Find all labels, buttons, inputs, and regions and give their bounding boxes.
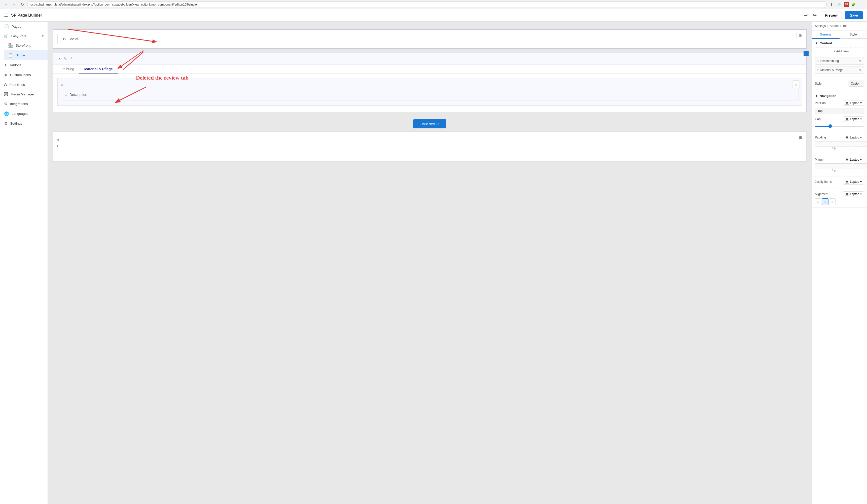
position-row: Position 💻 Laptop ▾ xyxy=(815,100,864,106)
justify-device-select[interactable]: 💻 Laptop ▾ xyxy=(843,179,864,184)
tabs-section-header: ∧ ✎ ⋮ xyxy=(53,53,806,64)
content-item-left: :: Beschreibung xyxy=(817,59,839,63)
drag-handle-icon-2[interactable]: :: xyxy=(817,68,819,72)
sidebar-item-addons[interactable]: ✦ Addons xyxy=(0,60,47,70)
preview-button[interactable]: Preview xyxy=(821,12,842,19)
tab-reibung[interactable]: reibung xyxy=(57,64,79,74)
sidebar-item-integrations[interactable]: ⚙ Integrations xyxy=(0,99,47,109)
collapse-content-icon[interactable]: ▼ xyxy=(815,41,818,45)
extension-icon: SP xyxy=(844,2,849,7)
position-device-select[interactable]: 💻 Laptop ▾ xyxy=(843,100,864,106)
padding-top-group: Top xyxy=(815,141,852,150)
content-item-material-pflege: :: Material & Pflege ✎ xyxy=(815,66,864,74)
content-section-title: ▼ Content xyxy=(815,41,864,45)
undo-button[interactable]: ↩ xyxy=(803,12,809,19)
sidebar-item-easystore[interactable]: 🛒 EasyStore ▾ xyxy=(0,31,47,41)
gap-device-label: Laptop xyxy=(850,117,859,121)
back-button[interactable]: ← xyxy=(3,1,9,8)
position-device-label: Laptop xyxy=(850,101,859,105)
padding-device-label: Laptop xyxy=(850,136,859,139)
drag-handle-icon[interactable]: :: xyxy=(817,59,819,63)
tab-material-pflege[interactable]: Material & Pflege xyxy=(79,64,118,74)
bookmark-button[interactable]: ☆ xyxy=(836,1,842,8)
padding-top-input[interactable] xyxy=(815,141,852,147)
sidebar-label-languages: Languages xyxy=(12,112,29,116)
blue-dot: ⋮ xyxy=(804,51,809,56)
sidebar: 📄 Pages 🛒 EasyStore ▾ 🏪 Storefront 📋 Sin… xyxy=(0,22,48,504)
collapse-button[interactable]: ∧ xyxy=(57,56,62,62)
forward-button[interactable]: → xyxy=(11,1,17,8)
menu-button[interactable]: ⋮ xyxy=(858,1,864,8)
add-section-button[interactable]: + Add section xyxy=(413,119,446,128)
margin-right-label: Right xyxy=(853,169,867,172)
sidebar-item-single[interactable]: 📋 Single xyxy=(4,50,47,60)
content-section: ▼ Content + + Add Item :: Beschreibung ✎ xyxy=(812,39,867,78)
align-center-button[interactable]: ≡ xyxy=(822,199,828,205)
padding-right-input[interactable] xyxy=(853,141,867,147)
justify-device-label: Laptop xyxy=(850,180,859,183)
save-button[interactable]: Save xyxy=(845,11,863,19)
redo-button[interactable]: ↪ xyxy=(812,12,818,19)
section-header-actions: ∧ ✎ ⋮ xyxy=(57,56,75,62)
dropdown-icon: ▾ xyxy=(860,101,862,105)
sidebar-item-media-manager[interactable]: 🖼 Media Manager xyxy=(0,89,47,99)
margin-device-select[interactable]: 💻 Laptop ▾ xyxy=(843,157,864,162)
breadcrumb-settings: Settings xyxy=(815,24,826,28)
browser-actions: ⬆ ☆ SP 🧩 ⋮ xyxy=(829,1,864,8)
edit-section-button[interactable]: ✎ xyxy=(63,56,68,62)
add-section-area: + Add section xyxy=(53,116,806,131)
tab-style[interactable]: Style xyxy=(839,31,867,39)
sidebar-item-languages[interactable]: 🌐 Languages xyxy=(0,109,47,119)
grid-button[interactable]: ⊞ xyxy=(796,32,804,39)
share-button[interactable]: ⬆ xyxy=(829,1,835,8)
content-item-left-2: :: Material & Pflege xyxy=(817,68,843,72)
padding-right-group: Right xyxy=(853,141,867,150)
laptop-align-icon: 💻 xyxy=(845,192,849,196)
top-toolbar: ☰ SP Page Builder ↩ ↪ Preview Save xyxy=(0,9,867,22)
justify-row: Justify Items 💻 Laptop ▾ xyxy=(815,179,864,184)
edit-beschreibung-button[interactable]: ✎ xyxy=(859,59,862,63)
sidebar-item-storefront[interactable]: 🏪 Storefront xyxy=(4,41,47,50)
social-row: ⚙ Social ⊞ xyxy=(53,30,806,48)
margin-right-input[interactable] xyxy=(853,163,867,169)
tab-general[interactable]: General xyxy=(812,31,839,39)
align-right-button[interactable]: ≡ xyxy=(829,199,836,205)
more-options-button[interactable]: ⋮ xyxy=(69,56,75,62)
alignment-device-select[interactable]: 💻 Laptop ▾ xyxy=(843,191,864,197)
align-left-button[interactable]: ≡ xyxy=(815,199,822,205)
breadcrumb-addon: Addon xyxy=(830,24,838,28)
integrations-icon: ⚙ xyxy=(4,101,8,106)
sidebar-item-custom-icons[interactable]: ★ Custom Icons xyxy=(0,70,47,80)
sidebar-item-font-book[interactable]: A Font Book xyxy=(0,80,47,89)
navigation-title: ▼ Navigation xyxy=(815,94,864,98)
sidebar-item-settings[interactable]: ⚙ Settings xyxy=(0,119,47,128)
body-layout: 📄 Pages 🛒 EasyStore ▾ 🏪 Storefront 📋 Sin… xyxy=(0,22,867,504)
margin-top-label: Top xyxy=(815,169,852,172)
gap-slider-row xyxy=(815,124,864,127)
padding-device-select[interactable]: 💻 Laptop ▾ xyxy=(843,135,864,140)
sidebar-item-pages[interactable]: 📄 Pages xyxy=(0,22,47,31)
margin-row: Margin 💻 Laptop ▾ xyxy=(815,157,864,162)
inner-grid-button[interactable]: ⊞ xyxy=(792,80,800,88)
edit-material-button[interactable]: ✎ xyxy=(859,68,862,72)
address-bar[interactable]: octi-schwimmschule.at/administrator/inde… xyxy=(27,1,827,8)
padding-section: Padding 💻 Laptop ▾ Top Right xyxy=(812,132,867,154)
laptop-padding-icon: 💻 xyxy=(845,136,849,139)
gap-slider[interactable] xyxy=(815,126,864,127)
description-card: ≡ Description xyxy=(61,89,799,100)
style-value: Custom xyxy=(848,81,864,87)
collapse-navigation-icon[interactable]: ▼ xyxy=(815,94,818,98)
extensions-button[interactable]: 🧩 xyxy=(850,1,856,8)
add-item-button[interactable]: + + Add Item xyxy=(815,47,864,55)
storefront-icon: 🏪 xyxy=(8,43,13,48)
inner-section-btn: ⊞ xyxy=(792,80,800,88)
margin-top-input[interactable] xyxy=(815,163,852,169)
padding-right-label: Right xyxy=(853,147,867,150)
bottom-grid-button[interactable]: ⊞ xyxy=(797,134,804,141)
reload-button[interactable]: ↻ xyxy=(19,1,25,8)
margin-inputs: Top Right Bottom xyxy=(815,163,864,172)
social-card: ⚙ Social xyxy=(57,34,178,44)
hamburger-menu[interactable]: ☰ xyxy=(4,13,8,18)
gap-device-select[interactable]: 💻 Laptop ▾ xyxy=(843,116,864,122)
gap-row: Gap 💻 Laptop ▾ xyxy=(815,116,864,122)
